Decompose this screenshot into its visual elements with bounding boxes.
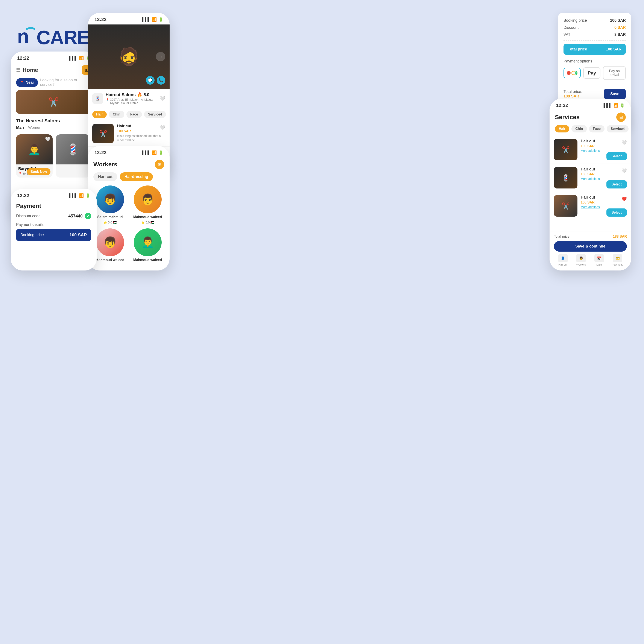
- sf-step-payment[interactable]: 💳 Payment: [612, 254, 623, 266]
- tab-man[interactable]: Man: [16, 125, 24, 131]
- sc-3-select-button[interactable]: Select: [606, 208, 627, 217]
- pay-on-arrival-label: Pay on arrival: [607, 69, 622, 77]
- service-tabs: Hair Chin Face Service4: [88, 108, 170, 121]
- bp-save-button[interactable]: Save: [604, 89, 626, 99]
- salon-heart-icon[interactable]: 🤍: [45, 137, 50, 142]
- salon-favorite-icon[interactable]: 🤍: [159, 96, 165, 101]
- signal-icon-2: ▌▌▌: [142, 17, 150, 22]
- services-tab-chin[interactable]: Chin: [571, 125, 587, 132]
- service-1-image: ✂️: [92, 124, 114, 143]
- tab-women[interactable]: Women: [28, 125, 41, 131]
- booking-price-value: 100 SAR: [70, 232, 87, 237]
- bp-vat-label: VAT: [563, 32, 570, 37]
- bp-discount-label: Discount: [563, 25, 579, 30]
- booking-price-bar: Booking price 100 SAR: [16, 229, 91, 241]
- bp-footer: Total price: 188 SAR Save: [563, 84, 626, 99]
- services-tab-hair[interactable]: Hair: [555, 125, 569, 132]
- sc-2-select-button[interactable]: Select: [606, 180, 627, 188]
- sc-1-info: Hair cut 100 SAR More addtions: [581, 139, 627, 152]
- battery-icon-3: 🔋: [158, 150, 163, 155]
- call-button[interactable]: 📞: [157, 76, 165, 85]
- service-1-desc: It is a long established fact that a rea…: [117, 134, 165, 142]
- pay-option-arrival[interactable]: Pay on arrival: [603, 66, 626, 80]
- service-1-name: Hair cut: [117, 124, 165, 128]
- hamburger-icon[interactable]: ☰: [16, 67, 20, 73]
- services-tab-face[interactable]: Face: [589, 125, 605, 132]
- sc-1-name: Hair cut: [581, 139, 627, 143]
- bp-footer-total-amount: 188 SAR: [563, 94, 582, 99]
- home-title: Home: [23, 67, 38, 73]
- battery-icon-4: 🔋: [85, 193, 90, 198]
- sc-2-heart-icon[interactable]: 🤍: [621, 168, 627, 173]
- tab-hairdressing[interactable]: Hairdressing: [120, 172, 153, 181]
- sf-total-row: Total price: 188 SAR: [554, 235, 627, 238]
- workers-filter-button[interactable]: ⊞: [155, 160, 164, 169]
- near-button[interactable]: Near: [16, 78, 38, 87]
- sf-step-services[interactable]: 👤 Hair cut: [558, 254, 568, 266]
- salon-card-1[interactable]: 👨‍🦱 🤍 Baryn Salons 📍 541 Km ⭐ 5.0 Book N…: [16, 134, 53, 178]
- detail-time: 12:22: [94, 17, 106, 22]
- salon-card-2[interactable]: 💈: [56, 134, 90, 178]
- sf-step-workers[interactable]: 👨 Workers: [576, 254, 586, 266]
- service-1-heart-icon[interactable]: 🤍: [160, 125, 165, 130]
- worker-card-2[interactable]: 👨 Mahmoud waleed ⭐ 5.0 🇵🇸: [131, 185, 164, 224]
- sc-2-name: Hair cut: [581, 167, 627, 172]
- wifi-icon-2: 📶: [152, 17, 157, 22]
- signal-icon: ▌▌▌: [69, 56, 77, 61]
- sc-3-more[interactable]: More addtions: [581, 205, 627, 209]
- logo: n CARE: [17, 26, 90, 50]
- bp-booking-price-value: 100 SAR: [610, 18, 626, 23]
- sc-2-more[interactable]: More addtions: [581, 177, 627, 181]
- discount-code-label: Discount code: [16, 214, 41, 218]
- bp-footer-total: Total price: 188 SAR: [563, 90, 582, 99]
- worker-1-rating: ⭐ 5.0 🇵🇸: [103, 221, 117, 224]
- tab-haircut[interactable]: Hari cut: [93, 172, 117, 181]
- pay-option-apple[interactable]: Pay: [583, 67, 600, 79]
- salon-info-bar: 💈 Haircut Salons 🔥 5.0 📍 3297 Anas Bin M…: [88, 89, 170, 108]
- services-tab-service4[interactable]: Service4: [607, 125, 629, 132]
- bp-discount-value: 0 SAR: [614, 25, 626, 30]
- wifi-icon: 📶: [79, 56, 84, 61]
- discount-check-icon: ✓: [85, 213, 91, 219]
- bp-total-value: 108 SAR: [606, 47, 621, 52]
- tab-service4[interactable]: Service4: [144, 111, 166, 118]
- sf-steps: 👤 Hair cut 👨 Workers 📅 Date 💳 Payment: [554, 254, 627, 266]
- sc-1-more[interactable]: More addtions: [581, 149, 627, 152]
- worker-card-4[interactable]: 👨‍🦱 Mahmoud waleed: [131, 228, 164, 262]
- home-menu[interactable]: ☰ Home: [16, 67, 38, 73]
- phone-services: 12:22 ▌▌▌ 📶 🔋 Services ⊞ Hair Chin Face …: [550, 99, 631, 270]
- sf-step-date[interactable]: 📅 Date: [594, 254, 604, 266]
- worker-4-avatar: 👨‍🦱: [134, 228, 162, 256]
- message-button[interactable]: 💬: [146, 76, 155, 85]
- logo-n-icon: n: [17, 26, 39, 50]
- services-time: 12:22: [556, 103, 568, 108]
- service-1-price: 100 SAR: [117, 129, 165, 133]
- pay-option-card[interactable]: ✓: [563, 68, 581, 78]
- nearest-salons-title: The Nearest Salons: [11, 118, 97, 125]
- sc-1-heart-icon[interactable]: 🤍: [621, 140, 627, 145]
- sf-date-icon: 📅: [594, 254, 604, 262]
- services-filter-button[interactable]: ⊞: [616, 112, 626, 122]
- tab-face[interactable]: Face: [126, 111, 142, 118]
- services-status-bar: 12:22 ▌▌▌ 📶 🔋: [550, 99, 631, 110]
- worker-card-3[interactable]: 👦 Mahmoud waleed: [93, 228, 127, 262]
- sc-3-heart-icon[interactable]: ❤️: [621, 196, 627, 201]
- hero-barber-image: 🧔: [118, 47, 140, 67]
- banner-image: ✂️: [48, 97, 59, 107]
- flag-icon-w1: 🇵🇸: [113, 221, 117, 224]
- logo-area: n CARE: [17, 26, 90, 50]
- worker-tabs: Hari cut Hairdressing: [88, 172, 170, 185]
- home-banner: ✂️: [16, 90, 91, 114]
- home-search-bar: Near Looking for a salon or service?: [16, 78, 91, 87]
- sc-1-select-button[interactable]: Select: [606, 152, 627, 160]
- worker-card-1[interactable]: 👦 Salem mahmud ⭐ 5.0 🇵🇸: [93, 185, 127, 224]
- bp-total-row: Total price 108 SAR: [563, 44, 626, 55]
- tab-hair[interactable]: Hair: [92, 111, 107, 118]
- sf-save-continue-button[interactable]: Save & continue: [554, 241, 627, 252]
- hero-next-button[interactable]: →: [156, 52, 165, 61]
- book-new-button[interactable]: Book New: [27, 168, 50, 175]
- tab-chin[interactable]: Chin: [109, 111, 124, 118]
- sf-workers-icon: 👨: [576, 254, 586, 262]
- worker-2-name: Mahmoud waleed: [133, 215, 162, 219]
- worker-4-name: Mahmoud waleed: [133, 258, 162, 262]
